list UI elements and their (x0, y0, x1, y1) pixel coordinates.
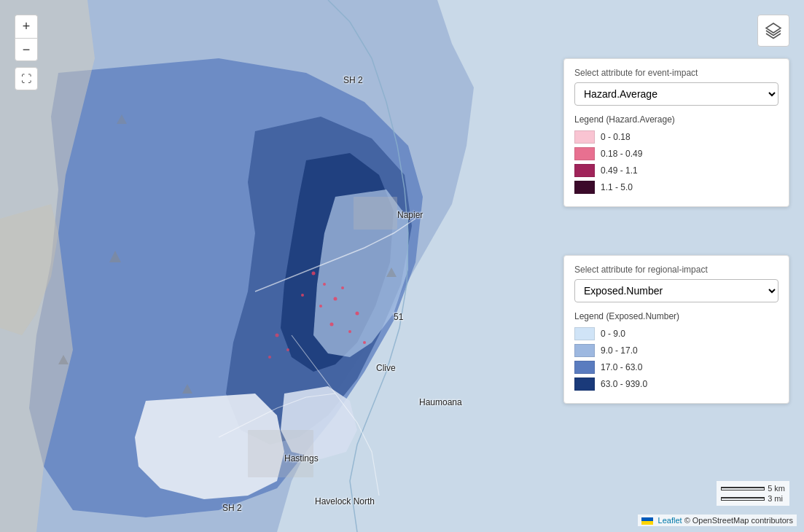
event-select-label: Select attribute for event-impact (574, 68, 778, 78)
svg-point-8 (348, 330, 351, 333)
scale-km-label: 5 km (768, 484, 785, 493)
attribution: Leaflet © OpenStreetMap contributors (638, 515, 797, 526)
scale-bar: 5 km 3 mi (717, 481, 789, 506)
event-legend-swatch (574, 181, 595, 194)
svg-point-13 (268, 356, 271, 359)
svg-point-2 (323, 283, 326, 286)
event-impact-panel: Select attribute for event-impact Hazard… (563, 58, 789, 207)
svg-marker-21 (766, 23, 781, 33)
regional-legend-range: 9.0 - 17.0 (601, 345, 638, 356)
regional-legend-range: 63.0 - 939.0 (601, 379, 647, 389)
regional-legend-swatch (574, 344, 595, 357)
map-container: Napier Hastings Clive Havelock North Hau… (0, 0, 804, 532)
svg-point-5 (341, 286, 344, 289)
regional-legend-range: 0 - 9.0 (601, 329, 625, 339)
svg-point-3 (334, 297, 337, 301)
event-legend-range: 0.49 - 1.1 (601, 165, 638, 176)
svg-point-4 (319, 305, 322, 308)
layers-button[interactable] (757, 15, 789, 47)
event-legend-range: 1.1 - 5.0 (601, 182, 633, 192)
regional-legend-swatch (574, 378, 595, 391)
svg-point-11 (276, 334, 279, 337)
regional-legend-swatch (574, 361, 595, 374)
fullscreen-button[interactable]: ⛶ (15, 67, 38, 90)
regional-impact-panel: Select attribute for regional-impact Exp… (563, 255, 789, 404)
svg-point-1 (312, 272, 316, 275)
regional-select-label: Select attribute for regional-impact (574, 265, 778, 275)
regional-legend-item: 17.0 - 63.0 (574, 361, 778, 374)
svg-rect-20 (248, 430, 313, 477)
svg-point-12 (286, 348, 289, 351)
zoom-out-button[interactable]: − (15, 38, 38, 61)
regional-attribute-select[interactable]: Exposed.Number Exposed.Value Affected.Nu… (574, 279, 778, 302)
event-legend-swatch (574, 147, 595, 160)
regional-legend-title: Legend (Exposed.Number) (574, 311, 778, 321)
zoom-controls: + − ⛶ (15, 15, 38, 90)
attribution-osm: © OpenStreetMap contributors (684, 516, 793, 525)
svg-rect-19 (354, 197, 397, 230)
svg-point-7 (301, 294, 304, 297)
event-legend-item: 0.18 - 0.49 (574, 147, 778, 160)
zoom-in-button[interactable]: + (15, 15, 38, 38)
regional-legend-swatch (574, 327, 595, 340)
event-legend-item: 1.1 - 5.0 (574, 181, 778, 194)
leaflet-link[interactable]: Leaflet (658, 516, 682, 525)
regional-legend-range: 17.0 - 63.0 (601, 362, 642, 372)
regional-legend-item: 63.0 - 939.0 (574, 378, 778, 391)
event-legend-swatch (574, 164, 595, 177)
event-legend-item: 0.49 - 1.1 (574, 164, 778, 177)
regional-legend-item: 0 - 9.0 (574, 327, 778, 340)
scale-mi-label: 3 mi (768, 494, 783, 503)
event-legend-range: 0.18 - 0.49 (601, 149, 642, 159)
event-attribute-select[interactable]: Hazard.Average Hazard.Max Hazard.Min (574, 82, 778, 106)
regional-legend: 0 - 9.0 9.0 - 17.0 17.0 - 63.0 63.0 - 93… (574, 327, 778, 391)
svg-point-10 (363, 341, 366, 344)
svg-point-9 (356, 312, 359, 316)
regional-legend-item: 9.0 - 17.0 (574, 344, 778, 357)
event-legend: 0 - 0.18 0.18 - 0.49 0.49 - 1.1 1.1 - 5.… (574, 130, 778, 194)
event-legend-title: Legend (Hazard.Average) (574, 114, 778, 125)
event-legend-range: 0 - 0.18 (601, 132, 631, 142)
layers-icon (765, 22, 782, 39)
event-legend-item: 0 - 0.18 (574, 130, 778, 144)
svg-point-6 (330, 323, 334, 326)
event-legend-swatch (574, 130, 595, 144)
